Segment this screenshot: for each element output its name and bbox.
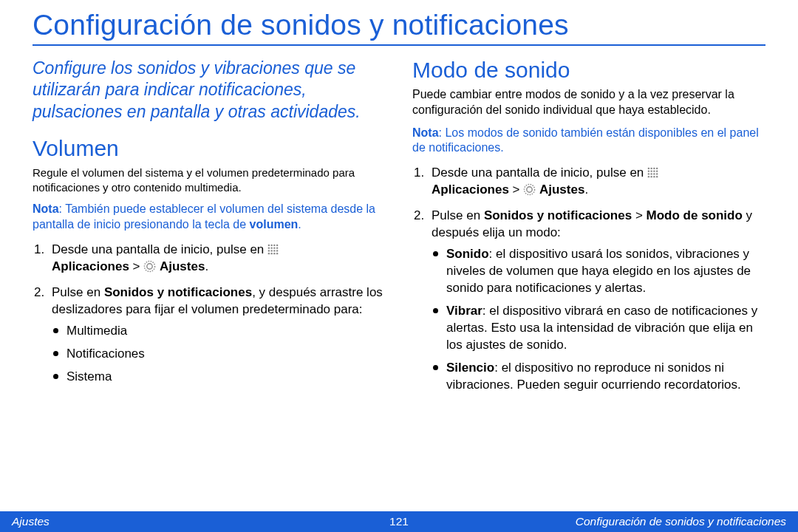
- svg-point-31: [650, 176, 652, 177]
- footer-left: Ajustes: [12, 515, 50, 528]
- right-column: Modo de sonido Puede cambiar entre modos…: [412, 58, 765, 402]
- list-item: Sonido: el dispositivo usará los sonidos…: [432, 246, 765, 297]
- page-number: 121: [389, 515, 409, 528]
- svg-point-22: [648, 171, 649, 172]
- note-body: Los modos de sonido también están dispon…: [412, 126, 759, 154]
- step-sep: >: [509, 183, 523, 197]
- svg-point-27: [650, 173, 652, 174]
- note-sep: :: [59, 202, 66, 215]
- step-item: Desde una pantalla de inicio, pulse en A…: [412, 165, 765, 199]
- svg-point-19: [650, 168, 652, 169]
- svg-point-8: [268, 250, 270, 251]
- modo-heading: Modo de sonido: [412, 58, 765, 83]
- svg-point-13: [270, 253, 272, 254]
- intro-text: Configure los sonidos y vibraciones que …: [33, 58, 386, 123]
- step-sep: >: [632, 208, 646, 222]
- modo-note: Nota: Los modos de sonido también están …: [412, 126, 765, 157]
- svg-point-20: [653, 168, 655, 169]
- note-bold: volumen: [250, 218, 299, 231]
- step-item: Pulse en Sonidos y notificaciones > Modo…: [412, 208, 765, 393]
- svg-point-11: [276, 250, 278, 251]
- svg-point-16: [145, 261, 155, 271]
- svg-point-4: [268, 247, 270, 248]
- svg-point-26: [648, 173, 649, 174]
- volumen-note: Nota: También puede establecer el volume…: [33, 202, 386, 233]
- svg-point-28: [653, 173, 655, 174]
- opt-name: Silencio: [446, 361, 494, 375]
- svg-point-34: [525, 185, 535, 195]
- svg-point-24: [653, 171, 655, 172]
- step-sep: >: [129, 259, 143, 273]
- svg-point-21: [656, 168, 658, 169]
- step-bold-ajustes: Ajustes: [160, 259, 205, 273]
- step-bold-sonidos: Sonidos y notificaciones: [484, 208, 632, 222]
- step-bold-ajustes: Ajustes: [539, 183, 584, 197]
- step-bold-aplicaciones: Aplicaciones: [52, 259, 129, 273]
- svg-point-3: [276, 245, 278, 246]
- svg-point-0: [268, 245, 270, 246]
- gear-icon: [523, 183, 536, 196]
- note-body-1: También puede establecer el volumen del …: [33, 202, 375, 231]
- list-item: Vibrar: el dispositivo vibrará en caso d…: [432, 303, 765, 354]
- gear-icon: [143, 260, 156, 273]
- svg-point-15: [276, 253, 278, 254]
- volumen-steps: Desde una pantalla de inicio, pulse en A…: [33, 242, 386, 386]
- left-column: Configure los sonidos y vibraciones que …: [33, 58, 386, 402]
- svg-point-9: [270, 250, 272, 251]
- list-item: Multimedia: [52, 323, 386, 340]
- step-end: .: [584, 183, 588, 197]
- svg-point-25: [656, 171, 658, 172]
- svg-point-30: [648, 176, 649, 177]
- svg-point-18: [648, 168, 649, 169]
- two-column-layout: Configure los sonidos y vibraciones que …: [33, 58, 765, 402]
- opt-desc: : el dispositivo usará los sonidos, vibr…: [446, 247, 751, 295]
- svg-point-12: [268, 253, 270, 254]
- opt-desc: : el dispositivo vibrará en caso de noti…: [446, 304, 757, 352]
- svg-point-33: [656, 176, 658, 177]
- footer-right: Configuración de sonidos y notificacione…: [576, 515, 786, 528]
- svg-point-6: [273, 247, 275, 248]
- svg-point-1: [270, 245, 272, 246]
- svg-point-5: [270, 247, 272, 248]
- opt-name: Vibrar: [446, 304, 482, 318]
- list-item: Notificaciones: [52, 346, 386, 363]
- list-item: Sistema: [52, 369, 386, 386]
- step-item: Desde una pantalla de inicio, pulse en A…: [33, 242, 386, 276]
- note-lead: Nota: [33, 202, 59, 215]
- volume-types-list: Multimedia Notificaciones Sistema: [52, 323, 386, 386]
- step-end: .: [205, 259, 208, 273]
- svg-point-23: [650, 171, 652, 172]
- svg-point-35: [527, 187, 532, 192]
- note-body-2: .: [298, 218, 301, 231]
- svg-point-10: [273, 250, 275, 251]
- step-text: Desde una pantalla de inicio, pulse en: [432, 166, 647, 180]
- step-text: Desde una pantalla de inicio, pulse en: [52, 242, 267, 256]
- step-text: Pulse en: [432, 208, 484, 222]
- step-text: Pulse en: [52, 285, 104, 299]
- step-bold-aplicaciones: Aplicaciones: [432, 183, 509, 197]
- svg-point-7: [276, 247, 278, 248]
- apps-grid-icon: [267, 243, 279, 254]
- svg-point-17: [147, 264, 152, 269]
- modo-steps: Desde una pantalla de inicio, pulse en A…: [412, 165, 765, 393]
- volumen-desc: Regule el volumen del sistema y el volum…: [33, 166, 386, 194]
- volumen-heading: Volumen: [33, 136, 386, 161]
- svg-point-2: [273, 245, 275, 246]
- step-bold-sonidos: Sonidos y notificaciones: [104, 285, 252, 299]
- svg-point-32: [653, 176, 655, 177]
- sound-modes-list: Sonido: el dispositivo usará los sonidos…: [432, 246, 765, 394]
- apps-grid-icon: [647, 166, 658, 177]
- document-page: Configuración de sonidos y notificacione…: [0, 0, 798, 532]
- svg-point-14: [273, 253, 275, 254]
- page-footer: Ajustes 121 Configuración de sonidos y n…: [0, 511, 798, 532]
- modo-desc: Puede cambiar entre modos de sonido y a …: [412, 87, 765, 118]
- opt-name: Sonido: [446, 247, 489, 261]
- note-lead: Nota: [412, 126, 439, 139]
- list-item: Silencio: el dispositivo no reproduce ni…: [432, 360, 765, 394]
- step-item: Pulse en Sonidos y notificaciones, y des…: [33, 284, 386, 386]
- svg-point-29: [656, 173, 658, 174]
- page-title: Configuración de sonidos y notificacione…: [33, 9, 765, 46]
- step-bold-modo: Modo de sonido: [647, 208, 743, 222]
